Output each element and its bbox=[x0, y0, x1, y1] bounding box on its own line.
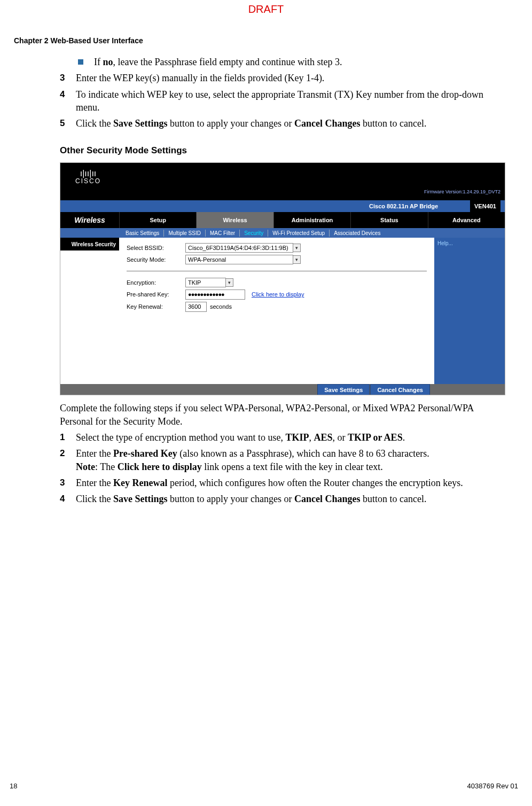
step-text: Click the Save Settings button to apply … bbox=[76, 117, 503, 130]
screenshot-body: Wireless Security Select BSSID: Cisco_6F… bbox=[60, 238, 505, 384]
text: If bbox=[94, 57, 103, 67]
bold-text: Pre-shared Key bbox=[113, 448, 177, 459]
draft-watermark: DRAFT bbox=[248, 3, 284, 15]
text: : The bbox=[95, 461, 118, 472]
step-text: Enter the Pre-shared Key (also known as … bbox=[76, 447, 503, 473]
text: button to cancel. bbox=[361, 494, 427, 504]
bridge-title: Cisco 802.11n AP Bridge bbox=[369, 202, 438, 210]
step-number: 4 bbox=[60, 88, 76, 114]
step-text: Click the Save Settings button to apply … bbox=[76, 492, 503, 505]
subnav-mac-filter[interactable]: MAC Filter bbox=[206, 230, 240, 237]
nav-tabs: Setup Wireless Administration Status Adv… bbox=[119, 212, 505, 228]
subnav-basic-settings[interactable]: Basic Settings bbox=[121, 230, 164, 237]
help-link[interactable]: Help... bbox=[437, 240, 453, 246]
form-row-security-mode: Security Mode: WPA-Personal ▾ bbox=[127, 255, 427, 264]
step-number: 2 bbox=[60, 447, 76, 473]
step-row: 3 Enter the Key Renewal period, which co… bbox=[60, 476, 503, 489]
bold-text: AES bbox=[314, 432, 332, 443]
label-encryption: Encryption: bbox=[127, 279, 185, 287]
page-footer: 18 4038769 Rev 01 bbox=[10, 782, 518, 790]
step-number: 3 bbox=[60, 72, 76, 84]
label-bssid: Select BSSID: bbox=[127, 244, 185, 252]
step-number: 1 bbox=[60, 431, 76, 444]
subnav-wps[interactable]: Wi-Fi Protected Setup bbox=[268, 230, 330, 237]
chevron-down-icon: ▾ bbox=[226, 278, 233, 287]
cancel-changes-button[interactable]: Cancel Changes bbox=[370, 384, 430, 395]
button-bar: Save Settings Cancel Changes bbox=[60, 384, 505, 395]
subnav-associated-devices[interactable]: Associated Devices bbox=[330, 230, 385, 237]
bullet-item: If no, leave the Passphrase field empty … bbox=[60, 56, 503, 68]
form-row-psk: Pre-shared Key: ●●●●●●●●●●●● Click here … bbox=[127, 289, 427, 300]
text: button to cancel. bbox=[361, 118, 427, 129]
tab-status[interactable]: Status bbox=[350, 212, 427, 228]
bullet-text: If no, leave the Passphrase field empty … bbox=[94, 56, 503, 68]
label-security-mode: Security Mode: bbox=[127, 256, 185, 264]
wireless-security-label: Wireless Security bbox=[60, 238, 119, 251]
bold-text: Cancel Changes bbox=[294, 118, 361, 129]
cisco-brand-text: cisco bbox=[75, 178, 101, 184]
page-number: 18 bbox=[10, 782, 17, 790]
bold-text: Click here to display bbox=[118, 461, 202, 472]
bold-text: Note bbox=[76, 461, 95, 472]
subnav-security[interactable]: Security bbox=[240, 230, 268, 237]
left-panel: Wireless Security bbox=[60, 238, 119, 384]
step-row: 4 Click the Save Settings button to appl… bbox=[60, 492, 503, 505]
sub-nav: Basic Settings Multiple SSID MAC Filter … bbox=[60, 228, 505, 238]
tab-administration[interactable]: Administration bbox=[273, 212, 350, 228]
text: period, which configures how often the R… bbox=[167, 478, 463, 488]
form-panel: Select BSSID: Cisco_6F3D119A(54:D4:6F:3D… bbox=[119, 238, 434, 384]
tab-setup[interactable]: Setup bbox=[119, 212, 196, 228]
select-security-mode-value: WPA-Personal bbox=[185, 255, 293, 264]
text: button to apply your changes or bbox=[168, 118, 294, 129]
chapter-header: Chapter 2 Web-Based User Interface bbox=[14, 36, 143, 45]
text: Enter the bbox=[76, 448, 113, 459]
form-row-bssid: Select BSSID: Cisco_6F3D119A(54:D4:6F:3D… bbox=[127, 243, 427, 253]
subheading: Other Security Mode Settings bbox=[60, 145, 503, 157]
text: link opens a text file with the key in c… bbox=[202, 461, 383, 472]
input-key-renewal[interactable]: 3600 bbox=[185, 302, 207, 312]
text: Click the bbox=[76, 118, 113, 129]
main-nav: Wireless Setup Wireless Administration S… bbox=[60, 212, 505, 228]
step-text: Enter the Key Renewal period, which conf… bbox=[76, 476, 503, 489]
section-label: Wireless bbox=[60, 212, 119, 228]
step-row: 1 Select the type of encryption method y… bbox=[60, 431, 503, 444]
bold-text: Save Settings bbox=[113, 494, 168, 504]
tab-advanced[interactable]: Advanced bbox=[428, 212, 505, 228]
text: (also known as a Passphrase), which can … bbox=[177, 448, 429, 459]
document-revision: 4038769 Rev 01 bbox=[467, 782, 518, 790]
select-encryption-value: TKIP bbox=[185, 278, 226, 287]
bold-text: no bbox=[103, 57, 113, 67]
form-row-encryption: Encryption: TKIP ▾ bbox=[127, 278, 427, 287]
text: . bbox=[403, 432, 405, 443]
step-text: To indicate which WEP key to use, select… bbox=[76, 88, 503, 114]
select-encryption[interactable]: TKIP ▾ bbox=[185, 278, 233, 287]
step-number: 4 bbox=[60, 492, 76, 505]
select-bssid[interactable]: Cisco_6F3D119A(54:D4:6F:3D:11:9B) ▾ bbox=[185, 243, 301, 253]
help-panel: Help... bbox=[434, 238, 505, 384]
bold-text: Key Renewal bbox=[113, 478, 167, 488]
bold-text: Cancel Changes bbox=[294, 494, 361, 504]
bold-text: TKIP bbox=[285, 432, 309, 443]
step-number: 3 bbox=[60, 476, 76, 489]
text: Click the bbox=[76, 494, 113, 504]
select-security-mode[interactable]: WPA-Personal ▾ bbox=[185, 255, 301, 264]
text: Select the type of encryption method you… bbox=[76, 432, 285, 443]
save-settings-button[interactable]: Save Settings bbox=[317, 384, 370, 395]
firmware-version: Firmware Version:1.24.29.19_DVT2 bbox=[424, 189, 500, 195]
subnav-multiple-ssid[interactable]: Multiple SSID bbox=[164, 230, 206, 237]
label-key-renewal: Key Renewal: bbox=[127, 303, 185, 311]
bold-text: TKIP or AES bbox=[348, 432, 403, 443]
text: button to apply your changes or bbox=[168, 494, 294, 504]
chevron-down-icon: ▾ bbox=[293, 255, 301, 264]
step-row: 4 To indicate which WEP key to use, sele… bbox=[60, 88, 503, 114]
text: , or bbox=[332, 432, 348, 443]
link-display-key[interactable]: Click here to display bbox=[252, 291, 304, 299]
divider bbox=[127, 271, 427, 271]
bullet-square-icon bbox=[78, 59, 83, 65]
step-text: Enter the WEP key(s) manually in the fie… bbox=[76, 72, 503, 84]
screenshot-panel: ı|ıı|ıı cisco Firmware Version:1.24.29.1… bbox=[60, 162, 505, 395]
cisco-logo: ı|ıı|ıı cisco bbox=[75, 169, 101, 184]
tab-wireless[interactable]: Wireless bbox=[196, 212, 273, 228]
label-psk: Pre-shared Key: bbox=[127, 291, 185, 299]
input-psk[interactable]: ●●●●●●●●●●●● bbox=[185, 289, 245, 300]
